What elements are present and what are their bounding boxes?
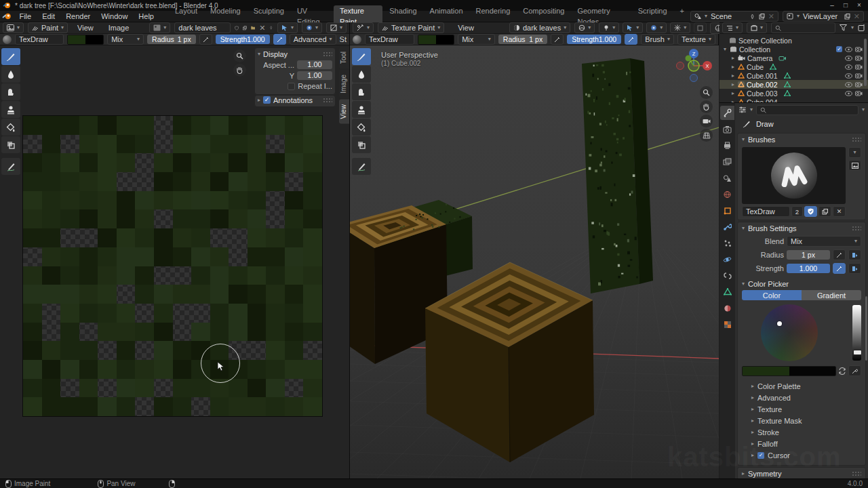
tab-image[interactable]: Image — [339, 70, 349, 98]
foreground-color[interactable] — [418, 35, 436, 44]
tab-output-properties[interactable] — [720, 138, 734, 152]
tab-material-properties[interactable] — [720, 301, 734, 315]
outliner-row-scene-collection[interactable]: Scene Collection — [719, 36, 868, 45]
outliner-row-cube-004[interactable]: ▸ Cube.004 — [719, 98, 868, 103]
disable-render-camera-icon[interactable] — [855, 64, 863, 70]
sample-color-button[interactable] — [848, 365, 861, 376]
pin-icon[interactable] — [749, 14, 755, 20]
gizmo-negative-x[interactable] — [677, 62, 684, 70]
panel-expand-icon[interactable]: ▾ — [742, 226, 745, 231]
drag-dots-icon[interactable] — [852, 226, 861, 231]
texture-mask-panel[interactable]: ▸Texture Mask — [742, 415, 861, 426]
tab-render-properties[interactable] — [720, 122, 734, 136]
texture-panel[interactable]: ▸Texture — [742, 403, 861, 415]
open-image-folder-icon[interactable] — [251, 24, 256, 31]
view-layer-selector[interactable]: ▾ ViewLayer ✕ — [783, 11, 864, 22]
viewport-pan-button[interactable] — [700, 100, 713, 113]
texture-slot-dropdown[interactable]: dark leaves ▾ — [509, 22, 570, 33]
disclosure-icon[interactable]: ▸ — [730, 73, 736, 79]
outliner-row-collection[interactable]: ▾ Collection ✓ — [719, 45, 868, 54]
color-tab[interactable]: Color — [742, 290, 802, 300]
image-browse-dropdown[interactable]: ▾ — [149, 22, 170, 33]
gizmo-negative-z[interactable] — [690, 75, 698, 82]
blend-dropdown[interactable]: Mix▾ — [787, 236, 861, 247]
new-scene-icon[interactable] — [759, 14, 765, 20]
disable-render-camera-icon[interactable] — [855, 81, 863, 87]
viewport-view-menu[interactable]: View — [452, 22, 479, 33]
editor-type-dropdown[interactable]: ▾ — [3, 22, 24, 33]
close-button[interactable]: × — [853, 1, 865, 10]
new-view-layer-icon[interactable] — [844, 14, 850, 20]
disclosure-icon[interactable]: ▸ — [730, 90, 736, 96]
disable-render-camera-icon[interactable] — [855, 55, 863, 61]
color-swatch-bar[interactable] — [742, 366, 836, 376]
unlink-brush-button[interactable]: ✕ — [833, 206, 846, 217]
gradient-tab[interactable]: Gradient — [802, 290, 861, 300]
tab-scene-properties[interactable] — [720, 171, 734, 185]
overlays-dropdown[interactable]: ▾ — [646, 22, 667, 33]
brush-preview-icon[interactable] — [3, 35, 12, 44]
symmetry-panel[interactable]: ▸Symmetry — [737, 467, 866, 479]
outliner-row-camera[interactable]: ▸ Camera — [719, 54, 868, 62]
duplicate-brush-button[interactable] — [818, 206, 831, 217]
xray-dropdown[interactable]: ▾ — [670, 22, 690, 33]
disable-render-camera-icon[interactable] — [855, 90, 863, 96]
value-slider-handle[interactable] — [853, 350, 862, 355]
scene-selector[interactable]: ▾ Scene ✕ — [690, 11, 778, 22]
properties-search-field[interactable] — [756, 105, 859, 115]
image-view-menu[interactable]: View — [72, 22, 99, 33]
perspective-toggle-button[interactable] — [700, 129, 713, 142]
repeat-image-checkbox[interactable] — [288, 83, 295, 90]
drag-dots-icon[interactable] — [323, 98, 332, 103]
tab-view-layer-properties[interactable] — [720, 155, 734, 169]
hide-eye-icon[interactable] — [845, 73, 852, 79]
radius-pressure-toggle[interactable] — [551, 34, 564, 45]
clone-tool-button[interactable] — [1, 101, 20, 118]
brush-preview-dropdown[interactable]: ▾ — [848, 147, 861, 158]
new-image-icon[interactable] — [243, 24, 247, 32]
blend-mode-dropdown[interactable]: Mix▾ — [107, 34, 144, 45]
foreground-color[interactable] — [68, 35, 85, 44]
viewport-zoom-button[interactable] — [700, 86, 713, 99]
outliner-search-field[interactable] — [771, 22, 835, 33]
clone-tool-button[interactable] — [352, 101, 371, 118]
remove-view-layer-icon[interactable]: ✕ — [854, 12, 860, 21]
color-swatches[interactable] — [67, 35, 104, 45]
falloff-panel[interactable]: ▸Falloff — [742, 438, 861, 449]
image-image-menu[interactable]: Image — [103, 22, 135, 33]
radius-slider[interactable]: 1 px — [787, 250, 830, 260]
brush-icon-button[interactable] — [848, 160, 861, 171]
brush-datablock-field[interactable]: TexDraw — [742, 206, 790, 217]
navigation-gizmo[interactable]: Z X — [674, 47, 716, 86]
annotations-checkbox[interactable]: ✓ — [263, 96, 271, 104]
tab-tool-properties[interactable] — [720, 106, 734, 120]
tab-world-properties[interactable] — [720, 187, 734, 201]
smear-tool-button[interactable] — [1, 83, 20, 100]
menu-file[interactable]: File — [14, 11, 37, 22]
filter-funnel-icon[interactable] — [840, 24, 847, 31]
maximize-button[interactable]: □ — [840, 1, 852, 10]
tab-modifier-properties[interactable] — [720, 220, 734, 234]
hide-eye-icon[interactable] — [845, 82, 852, 87]
color-wheel[interactable] — [761, 304, 818, 361]
minimize-button[interactable]: – — [826, 1, 838, 10]
cursor-panel[interactable]: ▸✓Cursor — [742, 449, 861, 461]
disclosure-icon[interactable]: ▸ — [730, 64, 736, 70]
unified-strength-toggle[interactable] — [848, 263, 861, 274]
strength-slider[interactable]: Strength1.000 — [567, 35, 621, 44]
image-zoom-button[interactable] — [233, 49, 246, 62]
tab-texture-properties[interactable] — [720, 317, 734, 331]
gizmos-dropdown[interactable]: ▾ — [623, 22, 643, 33]
snap-dropdown[interactable]: ▾ — [302, 22, 322, 33]
annotate-tool-button[interactable] — [352, 158, 371, 175]
new-collection-icon[interactable] — [858, 24, 865, 32]
hide-eye-icon[interactable] — [845, 64, 852, 70]
unified-radius-toggle[interactable] — [848, 249, 861, 260]
strength-slider[interactable]: 1.000 — [787, 264, 830, 273]
advanced-dropdown[interactable]: Advanced▾ — [290, 34, 336, 45]
texture-popover[interactable]: Texture▾ — [677, 34, 715, 45]
tab-constraint-properties[interactable] — [720, 268, 734, 283]
outliner-scrollbar[interactable] — [864, 39, 867, 86]
menu-window[interactable]: Window — [96, 11, 133, 22]
menu-render[interactable]: Render — [60, 11, 96, 22]
